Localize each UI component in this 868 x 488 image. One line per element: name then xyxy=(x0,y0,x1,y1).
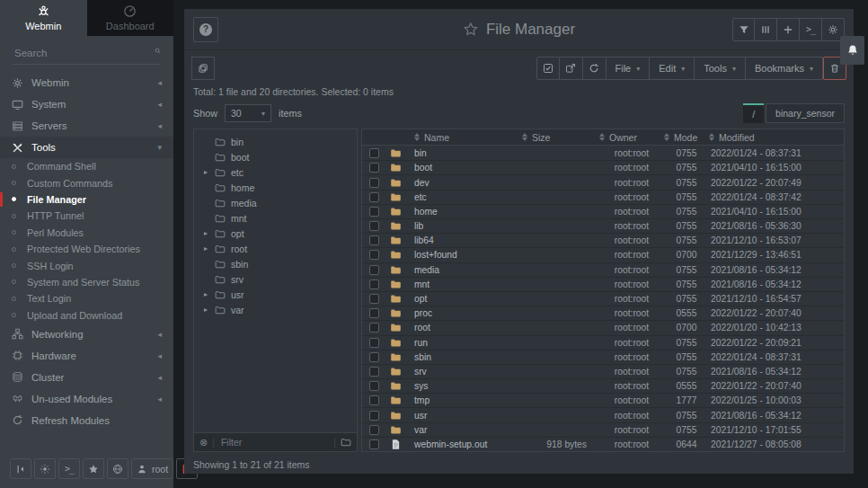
row-checkbox[interactable] xyxy=(369,367,379,377)
tree-item-usr[interactable]: ▸usr xyxy=(194,287,357,302)
table-row-dev[interactable]: devroot:root07552022/01/22 - 20:07:49 xyxy=(362,174,844,189)
row-checkbox[interactable] xyxy=(369,411,379,421)
table-row-etc[interactable]: etcroot:root07552022/01/24 - 08:37:42 xyxy=(362,190,844,204)
paste-buffer-button[interactable] xyxy=(191,57,215,80)
table-row-webmin-setup-out[interactable]: webmin-setup.out918 bytesroot:root064420… xyxy=(362,437,844,451)
tree-item-root[interactable]: ▸root xyxy=(194,241,357,256)
sidebar-item-system[interactable]: System◂ xyxy=(0,93,173,115)
notifications-button[interactable] xyxy=(840,36,864,65)
row-checkbox[interactable] xyxy=(369,192,379,202)
row-checkbox[interactable] xyxy=(369,381,379,391)
sidebar-item-un-used-modules[interactable]: Un-used Modules◂ xyxy=(0,388,173,410)
expand-caret-icon[interactable]: ▸ xyxy=(202,290,209,298)
row-checkbox[interactable] xyxy=(369,265,379,275)
row-checkbox[interactable] xyxy=(369,352,379,362)
sidebar-item-tools[interactable]: Tools▾ xyxy=(0,137,173,158)
table-row-lib64[interactable]: lib64root:root07552021/12/10 - 16:53:07 xyxy=(362,233,844,247)
table-row-tmp[interactable]: tmproot:root17772022/01/25 - 10:00:03 xyxy=(362,393,844,407)
tools-menu-button[interactable]: Tools▾ xyxy=(695,57,746,80)
favorite-star-icon[interactable] xyxy=(463,22,478,37)
favorites-button[interactable] xyxy=(83,458,104,479)
expand-caret-icon[interactable]: ▸ xyxy=(202,168,209,176)
path-segment-root[interactable]: / xyxy=(743,103,764,123)
path-segment-current[interactable]: binary_sensor xyxy=(766,103,845,123)
sidebar-item-file-manager[interactable]: File Manager xyxy=(0,191,173,208)
tree-item-boot[interactable]: boot xyxy=(194,149,357,164)
table-row-boot[interactable]: bootroot:root07552021/04/10 - 16:15:00 xyxy=(362,160,844,174)
table-row-opt[interactable]: optroot:root07552021/12/10 - 16:54:57 xyxy=(362,291,844,306)
theme-toggle-button[interactable] xyxy=(34,458,56,479)
export-button[interactable] xyxy=(560,57,583,80)
folder-icon[interactable] xyxy=(341,437,351,448)
edit-menu-button[interactable]: Edit▾ xyxy=(650,57,695,80)
add-button[interactable] xyxy=(777,18,800,41)
collapse-sidebar-button[interactable] xyxy=(10,458,31,479)
row-checkbox[interactable] xyxy=(369,250,379,260)
tree-item-srv[interactable]: srv xyxy=(194,271,357,287)
table-row-var[interactable]: varroot:root07552021/12/10 - 17:01:55 xyxy=(362,422,844,437)
tree-item-var[interactable]: ▸var xyxy=(194,302,357,317)
table-row-home[interactable]: homeroot:root07552021/04/10 - 16:15:00 xyxy=(362,204,844,218)
bookmarks-menu-button[interactable]: Bookmarks▾ xyxy=(746,57,823,80)
sidebar-item-perl-modules[interactable]: Perl Modules xyxy=(0,225,173,241)
sidebar-item-servers[interactable]: Servers◂ xyxy=(0,115,173,137)
tab-webmin[interactable]: Webmin xyxy=(0,0,87,36)
column-header-name[interactable]: Name xyxy=(414,132,522,143)
row-checkbox[interactable] xyxy=(369,279,379,289)
sidebar-item-text-login[interactable]: Text Login xyxy=(0,290,173,306)
expand-caret-icon[interactable]: ▸ xyxy=(202,306,209,314)
row-checkbox[interactable] xyxy=(369,323,379,333)
tree-item-media[interactable]: media xyxy=(194,195,357,210)
tree-item-home[interactable]: home xyxy=(194,180,357,195)
row-checkbox[interactable] xyxy=(369,235,379,245)
tree-item-opt[interactable]: ▸opt xyxy=(194,226,357,241)
sidebar-item-upload-and-download[interactable]: Upload and Download xyxy=(0,307,173,324)
table-row-run[interactable]: runroot:root07552022/01/22 - 20:09:21 xyxy=(362,335,844,350)
tree-filter-input[interactable] xyxy=(219,436,329,448)
language-button[interactable] xyxy=(107,458,128,479)
column-header-owner[interactable]: Owner xyxy=(599,132,664,143)
row-checkbox[interactable] xyxy=(369,395,379,405)
sidebar-item-hardware[interactable]: Hardware◂ xyxy=(0,345,173,367)
sidebar-item-webmin[interactable]: Webmin◂ xyxy=(0,72,173,93)
row-checkbox[interactable] xyxy=(369,308,379,318)
search-icon[interactable] xyxy=(155,48,161,58)
table-row-sys[interactable]: sysroot:root05552022/01/22 - 20:07:40 xyxy=(362,378,844,393)
refresh-button[interactable] xyxy=(583,57,607,80)
row-checkbox[interactable] xyxy=(369,338,379,348)
table-row-srv[interactable]: srvroot:root07552021/08/16 - 05:34:12 xyxy=(362,364,844,378)
table-row-mnt[interactable]: mntroot:root07552021/08/16 - 05:34:12 xyxy=(362,277,844,291)
columns-button[interactable] xyxy=(755,18,777,41)
tab-dashboard[interactable]: Dashboard xyxy=(87,0,174,36)
sidebar-item-command-shell[interactable]: Command Shell xyxy=(0,158,173,174)
row-checkbox[interactable] xyxy=(369,294,379,304)
column-header-modified[interactable]: Modified xyxy=(709,132,844,143)
row-checkbox[interactable] xyxy=(369,163,379,173)
user-button[interactable]: root xyxy=(131,458,173,479)
sidebar-item-ssh-login[interactable]: SSH Login xyxy=(0,257,173,273)
sidebar-item-system-and-server-status[interactable]: System and Server Status xyxy=(0,274,173,290)
sidebar-item-http-tunnel[interactable]: HTTP Tunnel xyxy=(0,208,173,224)
filter-button[interactable] xyxy=(732,18,755,41)
select-all-button[interactable] xyxy=(536,57,560,80)
row-checkbox[interactable] xyxy=(369,221,379,231)
table-row-usr[interactable]: usrroot:root07552021/08/16 - 05:34:12 xyxy=(362,407,844,421)
tree-item-mnt[interactable]: mnt xyxy=(194,210,357,226)
table-row-lost-found[interactable]: lost+foundroot:root07002021/12/29 - 13:4… xyxy=(362,247,844,262)
shell-button[interactable]: >_ xyxy=(800,18,822,41)
sidebar-item-cluster[interactable]: Cluster◂ xyxy=(0,367,173,388)
table-row-sbin[interactable]: sbinroot:root07552022/01/24 - 08:37:31 xyxy=(362,350,844,364)
table-row-root[interactable]: rootroot:root07002022/01/20 - 10:42:13 xyxy=(362,320,844,334)
row-checkbox[interactable] xyxy=(369,148,379,158)
expand-caret-icon[interactable]: ▸ xyxy=(202,244,209,253)
row-checkbox[interactable] xyxy=(369,425,379,435)
sidebar-item-refresh-modules[interactable]: Refresh Modules xyxy=(0,410,173,431)
row-checkbox[interactable] xyxy=(369,207,379,217)
page-size-select[interactable]: 30 ▾ xyxy=(225,104,271,122)
search-input[interactable] xyxy=(13,47,155,59)
tree-item-etc[interactable]: ▸etc xyxy=(194,164,357,180)
tree-item-sbin[interactable]: sbin xyxy=(194,256,357,271)
column-header-size[interactable]: Size xyxy=(522,132,599,143)
table-row-proc[interactable]: procroot:root05552022/01/22 - 20:07:40 xyxy=(362,306,844,320)
file-menu-button[interactable]: File▾ xyxy=(607,57,651,80)
